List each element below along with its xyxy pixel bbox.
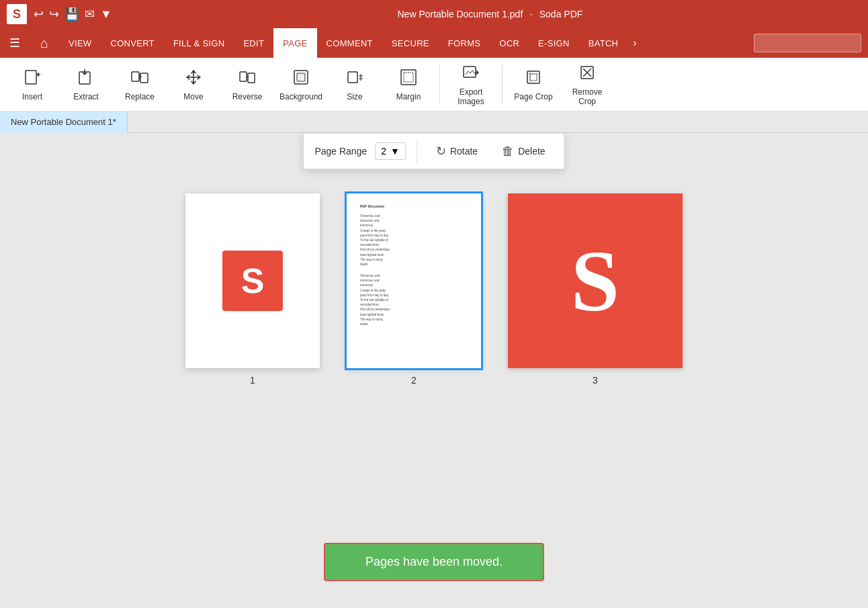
background-icon — [292, 68, 310, 89]
page-thumb-1[interactable]: S — [185, 193, 320, 368]
toolbar-separator — [439, 64, 440, 105]
page-range-select[interactable]: 2 ▼ — [375, 142, 406, 160]
toast-notification: Pages have been moved. — [324, 543, 544, 581]
margin-icon — [399, 68, 418, 89]
more-icon[interactable]: ▼ — [100, 7, 112, 21]
title-bar: S ↩ ↪ 💾 ✉ ▼ New Portable Document 1.pdf … — [0, 0, 868, 28]
menu-ocr[interactable]: OCR — [490, 28, 529, 58]
tool-remove-crop-label: Remove Crop — [564, 87, 610, 106]
page-range-label: Page Range — [314, 146, 367, 157]
svg-rect-5 — [140, 73, 148, 83]
tool-insert[interactable]: Insert — [7, 60, 58, 109]
email-icon[interactable]: ✉ — [85, 7, 95, 21]
page-wrapper-3: S 3 — [508, 193, 683, 386]
toolbar-separator-2 — [502, 64, 503, 105]
replace-icon — [130, 68, 149, 89]
delete-action[interactable]: 🗑 Delete — [494, 140, 553, 163]
svg-rect-14 — [527, 71, 539, 83]
tool-reverse[interactable]: Reverse — [222, 60, 273, 109]
tool-page-crop[interactable]: Page Crop — [508, 60, 559, 109]
chevron-down-icon: ▼ — [390, 146, 400, 157]
page-wrapper-1: S 1 — [185, 193, 320, 386]
pages-container: S 1 PDF Document Tomorrow, andtomorrow, … — [185, 193, 683, 386]
hamburger-button[interactable]: ☰ — [0, 28, 30, 58]
tool-background[interactable]: Background — [275, 60, 327, 109]
tool-replace-label: Replace — [125, 92, 155, 101]
page-crop-icon — [524, 68, 543, 89]
svg-rect-12 — [404, 73, 413, 82]
menu-secure[interactable]: SECURE — [382, 28, 439, 58]
window-title: New Portable Document 1.pdf - Soda PDF — [119, 9, 861, 19]
search-input[interactable] — [754, 34, 861, 52]
main-content: Page Range 2 ▼ ↻ Rotate 🗑 Delete S 1 — [0, 133, 868, 608]
save-icon[interactable]: 💾 — [64, 7, 79, 21]
menu-forms[interactable]: FORMS — [439, 28, 490, 58]
menu-batch[interactable]: BATCH — [579, 28, 628, 58]
tool-export-images-label: Export Images — [448, 87, 494, 106]
tool-extract[interactable]: Extract — [60, 60, 112, 109]
page-number-3: 3 — [593, 375, 598, 386]
page-wrapper-2: PDF Document Tomorrow, andtomorrow, andt… — [347, 193, 481, 386]
menu-esign[interactable]: E-SIGN — [529, 28, 579, 58]
page-number-2: 2 — [411, 375, 417, 386]
page-thumb-2[interactable]: PDF Document Tomorrow, andtomorrow, andt… — [347, 193, 481, 368]
rotate-action[interactable]: ↻ Rotate — [428, 140, 486, 163]
menu-edit[interactable]: EDIT — [234, 28, 273, 58]
titlebar-icons: ↩ ↪ 💾 ✉ ▼ — [34, 7, 112, 21]
svg-rect-6 — [240, 72, 247, 81]
menu-items: VIEW CONVERT FILL & SIGN EDIT PAGE COMME… — [59, 28, 754, 58]
svg-rect-11 — [401, 70, 416, 85]
page-number-1: 1 — [250, 375, 255, 386]
svg-rect-4 — [132, 72, 139, 81]
remove-crop-icon — [578, 63, 597, 85]
undo-icon[interactable]: ↩ — [34, 7, 44, 21]
svg-rect-15 — [530, 74, 537, 81]
svg-rect-9 — [297, 73, 305, 81]
popup-divider — [417, 139, 417, 163]
page3-s-letter: S — [571, 230, 619, 331]
tool-replace[interactable]: Replace — [114, 60, 165, 109]
page-thumb-3[interactable]: S — [508, 193, 683, 368]
svg-rect-10 — [348, 72, 357, 83]
size-icon — [345, 68, 364, 89]
tool-page-crop-label: Page Crop — [514, 92, 552, 101]
page-toolbar: Insert Extract Replace Move — [0, 58, 868, 112]
page2-text-block-1: Tomorrow, andtomorrow, andtomorrow,Creep… — [360, 214, 468, 267]
menu-more-chevron[interactable]: › — [627, 37, 642, 49]
menu-bar: ☰ ⌂ VIEW CONVERT FILL & SIGN EDIT PAGE C… — [0, 28, 868, 58]
tool-remove-crop[interactable]: Remove Crop — [562, 60, 613, 109]
tool-size-label: Size — [347, 92, 362, 101]
page2-text-block-2: Tomorrow, andtomorrow, andtomorrow,Creep… — [360, 273, 468, 327]
svg-rect-7 — [248, 73, 255, 83]
insert-icon — [23, 68, 42, 89]
rotate-icon: ↻ — [436, 144, 446, 159]
tool-background-label: Background — [279, 92, 322, 101]
app-logo[interactable]: S — [7, 4, 27, 24]
tool-export-images[interactable]: Export Images — [445, 60, 496, 109]
reverse-icon — [238, 68, 257, 89]
tool-move-label: Move — [183, 92, 203, 101]
menu-view[interactable]: VIEW — [59, 28, 101, 58]
menu-comment[interactable]: COMMENT — [317, 28, 382, 58]
menu-page[interactable]: PAGE — [273, 28, 316, 58]
tool-size[interactable]: Size — [329, 60, 380, 109]
tool-margin[interactable]: Margin — [383, 60, 434, 109]
menu-fill-sign[interactable]: FILL & SIGN — [164, 28, 234, 58]
home-button[interactable]: ⌂ — [30, 28, 59, 58]
tool-margin-label: Margin — [396, 92, 421, 101]
doc-tab[interactable]: New Portable Document 1* — [0, 112, 128, 133]
menu-convert[interactable]: CONVERT — [101, 28, 163, 58]
delete-icon: 🗑 — [502, 144, 514, 159]
redo-icon[interactable]: ↪ — [49, 7, 59, 21]
tool-insert-label: Insert — [22, 92, 42, 101]
tool-move[interactable]: Move — [168, 60, 219, 109]
tool-reverse-label: Reverse — [232, 92, 263, 101]
svg-rect-0 — [26, 71, 36, 84]
page2-header: PDF Document — [360, 204, 468, 208]
page1-logo: S — [222, 251, 283, 311]
move-icon — [184, 68, 203, 89]
export-images-icon — [462, 63, 480, 85]
extract-icon — [77, 68, 95, 89]
page-range-popup: Page Range 2 ▼ ↻ Rotate 🗑 Delete — [303, 133, 564, 169]
doc-tab-bar: New Portable Document 1* — [0, 112, 868, 133]
